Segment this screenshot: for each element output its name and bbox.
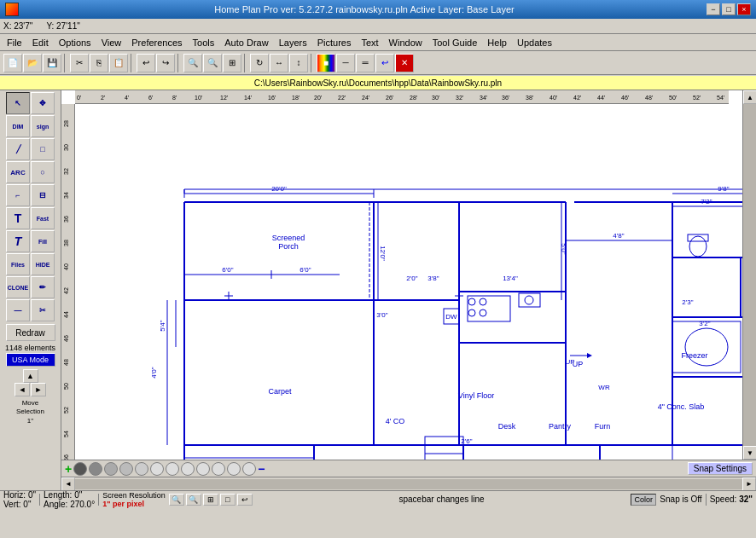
arc-tool[interactable]: ARC bbox=[6, 161, 30, 183]
dot1[interactable] bbox=[73, 462, 87, 476]
select-tool[interactable]: ↖ bbox=[6, 92, 30, 114]
hide-tool[interactable]: HIDE bbox=[31, 253, 55, 275]
zoom-plus-button[interactable]: + bbox=[65, 462, 72, 476]
dot11[interactable] bbox=[227, 462, 241, 476]
scroll-up-button[interactable]: ▲ bbox=[743, 90, 756, 104]
trim2-tool[interactable]: ✂ bbox=[31, 299, 55, 321]
window-tool[interactable]: ⊟ bbox=[31, 184, 55, 206]
clone-tool[interactable]: CLONE bbox=[6, 276, 30, 298]
undo-toolbar[interactable]: ↩ bbox=[375, 54, 394, 72]
floor-plan-drawing[interactable]: .wall { stroke: #0000cc; stroke-width: 2… bbox=[75, 104, 742, 460]
new-button[interactable]: 📄 bbox=[3, 54, 22, 72]
color-button[interactable]: Color bbox=[631, 494, 656, 506]
rotate-button[interactable]: ↻ bbox=[250, 54, 269, 72]
nav-left-button[interactable]: ◄ bbox=[15, 383, 30, 396]
menubar: FileEditOptionsViewPreferencesToolsAuto … bbox=[0, 34, 756, 51]
copy-button[interactable]: ⎘ bbox=[90, 54, 108, 72]
nav-right-button[interactable]: ► bbox=[31, 383, 46, 396]
menu-item-help[interactable]: Help bbox=[482, 36, 512, 49]
paste-button[interactable]: 📋 bbox=[109, 54, 128, 72]
svg-text:6'0": 6'0" bbox=[222, 266, 233, 274]
zoom-in-button[interactable]: 🔍 bbox=[183, 54, 202, 72]
dim-tool[interactable]: DIM bbox=[6, 115, 30, 137]
line-style[interactable]: ─ bbox=[336, 54, 355, 72]
svg-text:7'2": 7'2" bbox=[701, 198, 712, 205]
zoom-prev-status[interactable]: ↩ bbox=[237, 494, 253, 506]
menu-item-preferences[interactable]: Preferences bbox=[126, 36, 187, 49]
fast-tool[interactable]: Fast bbox=[31, 207, 55, 229]
bold-text-tool[interactable]: T bbox=[6, 230, 30, 252]
menu-item-tool-guide[interactable]: Tool Guide bbox=[427, 36, 483, 49]
cut-button[interactable]: ✂ bbox=[70, 54, 89, 72]
nav-up-button[interactable]: ▲ bbox=[23, 369, 38, 383]
menu-item-pictures[interactable]: Pictures bbox=[312, 36, 357, 49]
menu-item-edit[interactable]: Edit bbox=[27, 36, 54, 49]
maximize-button[interactable]: □ bbox=[722, 3, 736, 15]
dot10[interactable] bbox=[212, 462, 225, 476]
menu-item-auto-draw[interactable]: Auto Draw bbox=[219, 36, 273, 49]
scroll-right-button[interactable]: ► bbox=[742, 477, 756, 491]
text-tool[interactable]: T bbox=[6, 207, 30, 229]
svg-text:Desk: Desk bbox=[498, 422, 516, 431]
cancel-button[interactable]: ✕ bbox=[395, 54, 414, 72]
redo-button[interactable]: ↪ bbox=[156, 54, 175, 72]
menu-item-updates[interactable]: Updates bbox=[512, 36, 557, 49]
svg-point-142 bbox=[480, 298, 486, 305]
svg-text:38: 38 bbox=[63, 240, 69, 246]
zoom-out-button[interactable]: 🔍 bbox=[203, 54, 222, 72]
menu-item-options[interactable]: Options bbox=[54, 36, 96, 49]
dot7[interactable] bbox=[166, 462, 179, 476]
dot3[interactable] bbox=[104, 462, 118, 476]
zoom-in-status[interactable]: 🔍 bbox=[186, 494, 201, 506]
undo-button[interactable]: ↩ bbox=[137, 54, 155, 72]
dot2[interactable] bbox=[89, 462, 102, 476]
menu-item-layers[interactable]: Layers bbox=[274, 36, 312, 49]
svg-text:32': 32' bbox=[456, 95, 463, 101]
trim-tool[interactable]: — bbox=[6, 299, 30, 321]
dot9[interactable] bbox=[196, 462, 210, 476]
zoom-fit-status[interactable]: ⊞ bbox=[203, 494, 218, 506]
flip-button[interactable]: ↔ bbox=[270, 54, 288, 72]
dot8[interactable] bbox=[181, 462, 195, 476]
scroll-down-button[interactable]: ▼ bbox=[743, 446, 756, 460]
zoom-fit-button[interactable]: ⊞ bbox=[223, 54, 241, 72]
zoom-window-status[interactable]: □ bbox=[220, 494, 236, 506]
redraw-button[interactable]: Redraw bbox=[6, 324, 55, 341]
files-tool[interactable]: Files bbox=[6, 253, 30, 275]
menu-item-view[interactable]: View bbox=[96, 36, 127, 49]
scroll-left-button[interactable]: ◄ bbox=[61, 477, 75, 491]
menu-item-text[interactable]: Text bbox=[356, 36, 383, 49]
dot4[interactable] bbox=[119, 462, 133, 476]
menu-item-tools[interactable]: Tools bbox=[188, 36, 220, 49]
svg-point-146 bbox=[525, 296, 533, 304]
move-tool[interactable]: ✥ bbox=[31, 92, 55, 114]
rect-tool[interactable]: □ bbox=[31, 138, 55, 160]
door-tool[interactable]: ⌐ bbox=[6, 184, 30, 206]
save-button[interactable]: 💾 bbox=[43, 54, 61, 72]
menu-item-file[interactable]: File bbox=[2, 36, 27, 49]
move-button[interactable]: ↕ bbox=[289, 54, 308, 72]
close-button[interactable]: × bbox=[737, 3, 751, 15]
menu-item-window[interactable]: Window bbox=[384, 36, 427, 49]
zoom-out-status[interactable]: 🔍 bbox=[169, 494, 184, 506]
zoom-minus-button[interactable]: − bbox=[258, 462, 265, 476]
line-width[interactable]: ═ bbox=[356, 54, 375, 72]
scroll-track-vertical[interactable] bbox=[743, 104, 756, 446]
sign-tool[interactable]: sign bbox=[31, 115, 55, 137]
fill-tool[interactable]: Fill bbox=[31, 230, 55, 252]
dot5[interactable] bbox=[135, 462, 148, 476]
scroll-track-horizontal[interactable] bbox=[75, 479, 742, 489]
dot12[interactable] bbox=[242, 462, 256, 476]
minimize-button[interactable]: − bbox=[707, 3, 720, 15]
dot6[interactable] bbox=[150, 462, 164, 476]
svg-text:36': 36' bbox=[502, 95, 509, 101]
circle-tool[interactable]: ○ bbox=[31, 161, 55, 183]
usa-mode-button[interactable]: USA Mode bbox=[6, 353, 55, 367]
svg-text:32: 32 bbox=[63, 168, 69, 175]
color-picker[interactable]: ■ bbox=[317, 54, 335, 72]
canvas-area[interactable]: 0' 2' 4' 6' 8' 10' 12' 14' 16' 18' 20' 2… bbox=[61, 90, 742, 460]
eraser-tool[interactable]: ✏ bbox=[31, 276, 55, 298]
line-tool[interactable]: ╱ bbox=[6, 138, 30, 160]
open-button[interactable]: 📂 bbox=[23, 54, 42, 72]
snap-settings-button[interactable]: Snap Settings bbox=[688, 462, 753, 475]
